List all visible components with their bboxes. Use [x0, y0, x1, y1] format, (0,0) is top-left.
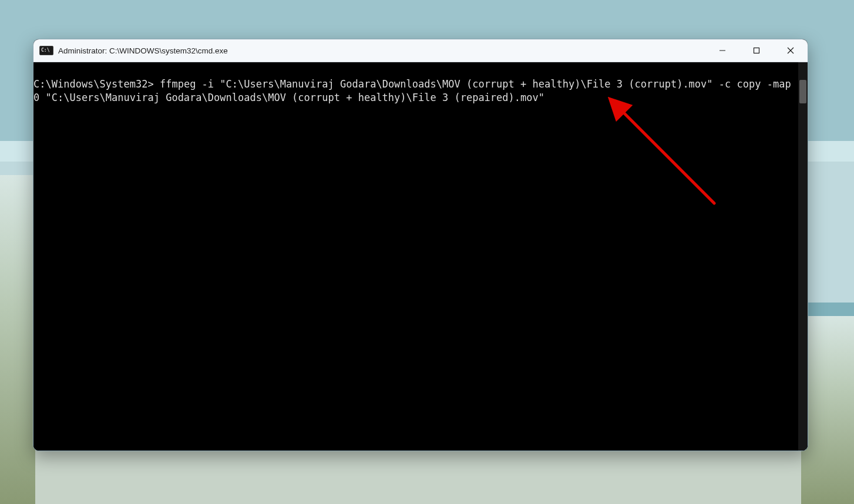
window-controls	[705, 39, 808, 62]
cmd-window: C:\ Administrator: C:\WINDOWS\system32\c…	[33, 39, 808, 451]
minimize-icon	[719, 47, 726, 54]
terminal-line: C:\Windows\System32> ffmpeg -i "C:\Users…	[33, 78, 803, 105]
desktop-background-left	[0, 175, 35, 504]
titlebar[interactable]: C:\ Administrator: C:\WINDOWS\system32\c…	[33, 39, 808, 62]
prompt: C:\Windows\System32>	[33, 78, 154, 90]
scrollbar-thumb[interactable]	[799, 80, 806, 103]
close-icon	[787, 47, 794, 54]
maximize-icon	[753, 47, 760, 54]
scrollbar-track[interactable]	[798, 62, 808, 451]
terminal-area[interactable]: C:\Windows\System32> ffmpeg -i "C:\Users…	[33, 62, 808, 451]
window-title: Administrator: C:\WINDOWS\system32\cmd.e…	[58, 46, 705, 55]
cmd-icon: C:\	[39, 46, 53, 55]
svg-rect-1	[754, 48, 759, 53]
minimize-button[interactable]	[705, 39, 739, 62]
maximize-button[interactable]	[739, 39, 774, 62]
close-button[interactable]	[774, 39, 808, 62]
desktop-background-right	[801, 316, 854, 504]
